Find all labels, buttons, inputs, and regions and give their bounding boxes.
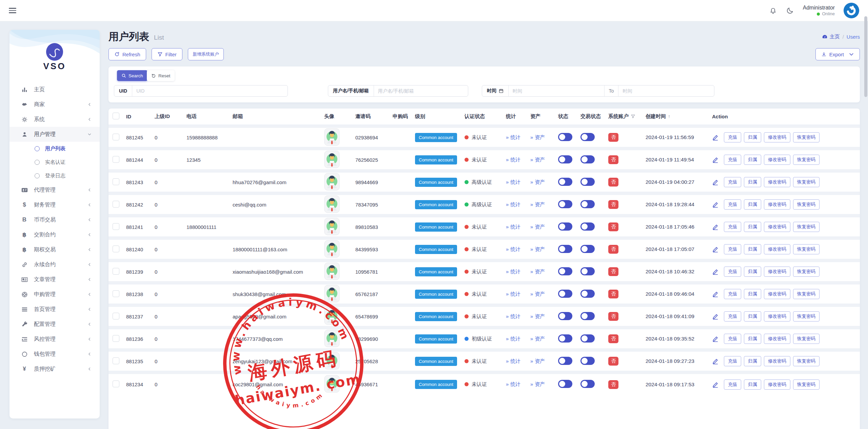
column-header[interactable]: Action bbox=[711, 109, 860, 126]
action-button[interactable]: 恢复密码 bbox=[793, 177, 820, 187]
action-button[interactable]: 恢复密码 bbox=[793, 132, 820, 142]
edit-pencil-icon[interactable] bbox=[712, 179, 719, 186]
assets-link[interactable]: »资产 bbox=[530, 134, 545, 140]
action-button[interactable]: 归属 bbox=[744, 155, 761, 165]
status-toggle[interactable] bbox=[558, 380, 572, 388]
sidebar-subitem[interactable]: 实名认证 bbox=[9, 155, 100, 169]
trade-status-toggle[interactable] bbox=[580, 357, 595, 365]
assets-link[interactable]: »资产 bbox=[530, 336, 545, 342]
status-toggle[interactable] bbox=[558, 312, 572, 320]
sidebar-item-wrench[interactable]: 配置管理 bbox=[9, 317, 100, 332]
sidebar-item-bar-chart[interactable]: 主页 bbox=[9, 82, 100, 97]
action-button[interactable]: 修改密码 bbox=[764, 356, 790, 366]
hamburger-menu-icon[interactable] bbox=[9, 6, 16, 15]
stats-link[interactable]: »统计 bbox=[506, 336, 520, 342]
stats-link[interactable]: »统计 bbox=[506, 291, 520, 297]
action-button[interactable]: 充值 bbox=[724, 289, 741, 299]
action-button[interactable]: 归属 bbox=[744, 267, 761, 277]
edit-pencil-icon[interactable] bbox=[712, 246, 719, 253]
status-toggle[interactable] bbox=[558, 267, 572, 275]
breadcrumb-home[interactable]: 主页 bbox=[822, 34, 840, 40]
trade-status-toggle[interactable] bbox=[580, 334, 595, 343]
user-info[interactable]: Administrator Online bbox=[803, 4, 835, 17]
row-checkbox[interactable] bbox=[113, 178, 119, 185]
action-button[interactable]: 修改密码 bbox=[764, 334, 790, 344]
action-button[interactable]: 恢复密码 bbox=[793, 199, 820, 210]
row-checkbox[interactable] bbox=[113, 201, 119, 208]
row-checkbox[interactable] bbox=[113, 156, 119, 163]
edit-pencil-icon[interactable] bbox=[712, 223, 719, 230]
action-button[interactable]: 恢复密码 bbox=[793, 379, 820, 390]
sidebar-item-link[interactable]: 永续合约 bbox=[9, 257, 100, 272]
action-button[interactable]: 归属 bbox=[744, 199, 761, 210]
column-header[interactable]: 认证状态 bbox=[463, 109, 505, 126]
action-button[interactable]: 归属 bbox=[744, 334, 761, 344]
sort-up-icon[interactable]: ↑ bbox=[668, 114, 670, 119]
action-button[interactable]: 充值 bbox=[724, 177, 741, 187]
status-toggle[interactable] bbox=[558, 222, 572, 231]
assets-link[interactable]: »资产 bbox=[530, 269, 545, 274]
assets-link[interactable]: »资产 bbox=[530, 313, 545, 319]
search-button[interactable]: Search bbox=[117, 70, 147, 81]
column-header[interactable]: 创建时间↑ bbox=[644, 109, 711, 126]
trade-status-toggle[interactable] bbox=[580, 290, 595, 298]
sidebar-item-lifebuoy[interactable]: 申购管理 bbox=[9, 287, 100, 302]
stats-link[interactable]: »统计 bbox=[506, 246, 520, 252]
action-button[interactable]: 恢复密码 bbox=[793, 289, 820, 299]
action-button[interactable]: 充值 bbox=[724, 267, 741, 277]
assets-link[interactable]: »资产 bbox=[530, 179, 545, 185]
assets-link[interactable]: »资产 bbox=[530, 246, 545, 252]
action-button[interactable]: 充值 bbox=[724, 311, 741, 321]
trade-status-toggle[interactable] bbox=[580, 155, 595, 163]
column-header[interactable]: 统计 bbox=[505, 109, 529, 126]
column-header[interactable]: 头像 bbox=[323, 109, 354, 126]
row-checkbox[interactable] bbox=[113, 357, 119, 364]
stats-link[interactable]: »统计 bbox=[506, 269, 520, 274]
edit-pencil-icon[interactable] bbox=[712, 201, 719, 208]
assets-link[interactable]: »资产 bbox=[530, 291, 545, 297]
action-button[interactable]: 修改密码 bbox=[764, 222, 790, 232]
edit-pencil-icon[interactable] bbox=[712, 358, 719, 365]
action-button[interactable]: 充值 bbox=[724, 199, 741, 210]
select-all-checkbox[interactable] bbox=[113, 113, 119, 119]
status-toggle[interactable] bbox=[558, 178, 572, 186]
assets-link[interactable]: »资产 bbox=[530, 381, 545, 387]
reset-button[interactable]: Reset bbox=[147, 70, 175, 81]
assets-link[interactable]: »资产 bbox=[530, 157, 545, 162]
action-button[interactable]: 恢复密码 bbox=[793, 311, 820, 321]
column-header[interactable]: ID bbox=[125, 109, 153, 126]
row-checkbox[interactable] bbox=[113, 290, 119, 297]
row-checkbox[interactable] bbox=[113, 268, 119, 275]
sidebar-item-bitcoin-b[interactable]: B币币交易 bbox=[9, 212, 100, 227]
trade-status-toggle[interactable] bbox=[580, 267, 595, 275]
edit-pencil-icon[interactable] bbox=[712, 381, 719, 388]
row-checkbox[interactable] bbox=[113, 223, 119, 230]
action-button[interactable]: 充值 bbox=[724, 132, 741, 142]
sidebar-item-gear[interactable]: 系统 bbox=[9, 112, 100, 127]
stats-link[interactable]: »统计 bbox=[506, 381, 520, 387]
action-button[interactable]: 充值 bbox=[724, 244, 741, 254]
stats-link[interactable]: »统计 bbox=[506, 224, 520, 230]
action-button[interactable]: 归属 bbox=[744, 311, 761, 321]
action-button[interactable]: 充值 bbox=[724, 155, 741, 165]
action-button[interactable]: 恢复密码 bbox=[793, 244, 820, 254]
edit-pencil-icon[interactable] bbox=[712, 134, 719, 141]
column-header[interactable]: 资产 bbox=[529, 109, 557, 126]
column-filter-icon[interactable] bbox=[631, 114, 635, 119]
action-button[interactable]: 恢复密码 bbox=[793, 356, 820, 366]
stats-link[interactable]: »统计 bbox=[506, 201, 520, 207]
edit-pencil-icon[interactable] bbox=[712, 313, 719, 320]
status-toggle[interactable] bbox=[558, 155, 572, 163]
sidebar-item-dollar[interactable]: $财务管理 bbox=[9, 197, 100, 212]
action-button[interactable]: 充值 bbox=[724, 334, 741, 344]
column-header[interactable]: 申购码 bbox=[391, 109, 414, 126]
sidebar-item-user-group[interactable]: 用户管理 bbox=[9, 127, 100, 142]
column-header[interactable]: 系统账户 bbox=[607, 109, 644, 126]
action-button[interactable]: 修改密码 bbox=[764, 311, 790, 321]
status-toggle[interactable] bbox=[558, 334, 572, 343]
action-button[interactable]: 归属 bbox=[744, 289, 761, 299]
trade-status-toggle[interactable] bbox=[580, 245, 595, 253]
sidebar-subitem[interactable]: 用户列表 bbox=[9, 142, 100, 155]
dark-mode-moon-icon[interactable] bbox=[786, 6, 794, 15]
assets-link[interactable]: »资产 bbox=[530, 201, 545, 207]
